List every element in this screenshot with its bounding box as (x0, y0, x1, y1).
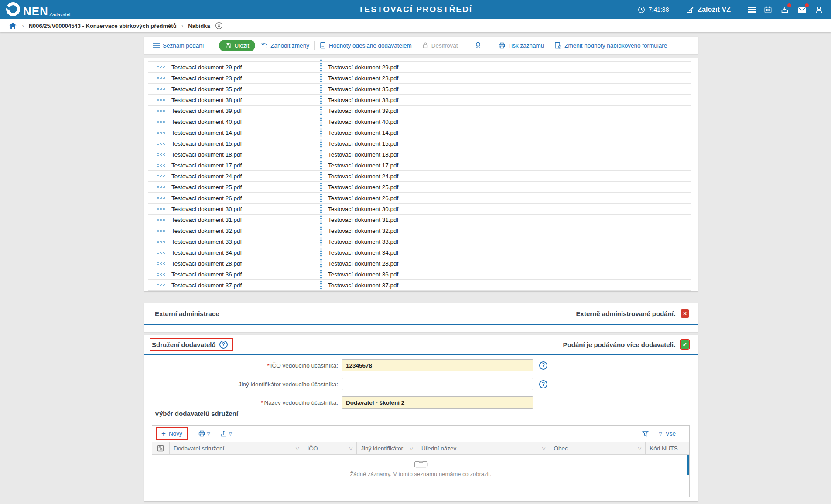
document-row[interactable]: Testovací dokument 39.pdfTestovací dokum… (148, 106, 691, 116)
print-record-button[interactable]: Tisk záznamu (498, 42, 544, 49)
ext-admin-checkbox-false[interactable]: × (681, 309, 689, 318)
row-menu-icon[interactable] (157, 284, 165, 286)
filter-icon[interactable] (642, 430, 649, 437)
supplier-values-button[interactable]: Hodnoty odeslané dodavatelem (319, 42, 412, 49)
document-row[interactable]: Testovací dokument 34.pdfTestovací dokum… (148, 247, 691, 258)
ico-input[interactable] (342, 359, 533, 371)
export-button[interactable]: ▽ (220, 430, 232, 437)
drag-handle-icon[interactable] (320, 63, 322, 72)
document-row[interactable]: Testovací dokument 36.pdfTestovací dokum… (148, 269, 691, 280)
document-row[interactable]: Testovací dokument 23.pdfTestovací dokum… (148, 73, 691, 84)
sort-triangle-icon[interactable]: ▽ (542, 446, 546, 451)
document-row[interactable]: Testovací dokument 33.pdfTestovací dokum… (148, 236, 691, 247)
drag-handle-icon[interactable] (320, 204, 322, 214)
discard-changes-button[interactable]: Zahodit změny (260, 42, 309, 49)
row-menu-icon[interactable] (157, 175, 165, 177)
drag-handle-icon[interactable] (320, 74, 322, 83)
dropdown-triangle-icon[interactable]: ▽ (659, 432, 662, 436)
row-menu-icon[interactable] (157, 77, 165, 79)
document-row[interactable]: Testovací dokument 25.pdfTestovací dokum… (148, 182, 691, 193)
document-row[interactable]: Testovací dokument 24.pdfTestovací dokum… (148, 171, 691, 182)
main-menu-button[interactable] (748, 7, 756, 13)
row-menu-icon[interactable] (157, 208, 165, 210)
nen-brand[interactable]: NEN Zadavatel (6, 2, 70, 17)
document-row[interactable]: Testovací dokument 15.pdfTestovací dokum… (148, 138, 691, 149)
drag-handle-icon[interactable] (320, 281, 322, 290)
drag-handle-icon[interactable] (320, 85, 322, 94)
drag-handle-icon[interactable] (320, 106, 322, 116)
document-row[interactable]: Testovací dokument 18.pdfTestovací dokum… (148, 149, 691, 160)
row-menu-icon[interactable] (157, 164, 165, 167)
document-row[interactable]: Testovací dokument 14.pdfTestovací dokum… (148, 127, 691, 138)
help-icon[interactable]: ? (539, 361, 547, 370)
row-menu-icon[interactable] (157, 252, 165, 254)
home-icon[interactable] (9, 22, 17, 30)
calendar-button[interactable] (764, 6, 772, 14)
breadcrumb-item-contract[interactable]: N006/25/V00004543 - Konzervace sbírkovýc… (29, 23, 177, 29)
column-header[interactable]: Kód NUTS (646, 442, 689, 454)
document-row-partial[interactable]: Testovací dokument Testovací dokument (148, 58, 691, 62)
column-chooser-icon[interactable] (152, 442, 170, 454)
document-row[interactable]: Testovací dokument 31.pdfTestovací dokum… (148, 215, 691, 225)
help-icon[interactable]: ? (539, 380, 547, 388)
row-menu-icon[interactable] (157, 66, 165, 68)
column-header[interactable]: Jiný identifikátor▽ (357, 442, 417, 454)
help-icon[interactable]: ? (219, 341, 228, 349)
drag-handle-icon[interactable] (320, 248, 322, 257)
row-menu-icon[interactable] (157, 143, 165, 145)
column-header[interactable]: Obec▽ (550, 442, 646, 454)
leader-name-input[interactable] (342, 396, 533, 409)
seznam-podani-button[interactable]: Seznam podání (153, 42, 204, 49)
other-identifier-input[interactable] (342, 378, 533, 390)
save-button[interactable]: Uložit (219, 40, 256, 51)
row-menu-icon[interactable] (157, 219, 165, 221)
document-row[interactable]: Testovací dokument 26.pdfTestovací dokum… (148, 193, 691, 204)
row-menu-icon[interactable] (157, 241, 165, 243)
breadcrumb-close-icon[interactable] (215, 22, 223, 30)
vertical-scrollbar[interactable] (687, 455, 689, 475)
document-row[interactable]: Testovací dokument 40.pdfTestovací dokum… (148, 116, 691, 127)
sort-triangle-icon[interactable]: ▽ (638, 446, 641, 451)
drag-handle-icon[interactable] (320, 226, 322, 235)
row-menu-icon[interactable] (157, 110, 165, 112)
breadcrumb-item-nabidka[interactable]: Nabídka (188, 23, 210, 29)
sort-triangle-icon[interactable]: ▽ (349, 446, 353, 451)
multiple-suppliers-checkbox-true[interactable]: ✓ (681, 340, 689, 349)
document-row[interactable]: Testovací dokument 35.pdfTestovací dokum… (148, 84, 691, 95)
sort-triangle-icon[interactable]: ▽ (296, 446, 299, 451)
drag-handle-icon[interactable] (320, 95, 322, 105)
drag-handle-icon[interactable] (320, 128, 322, 137)
document-row[interactable]: Testovací dokument 32.pdfTestovací dokum… (148, 225, 691, 236)
row-menu-icon[interactable] (157, 153, 165, 156)
drag-handle-icon[interactable] (320, 183, 322, 192)
drag-handle-icon[interactable] (320, 215, 322, 225)
row-menu-icon[interactable] (157, 186, 165, 188)
drag-handle-icon[interactable] (320, 150, 322, 159)
drag-handle-icon[interactable] (320, 117, 322, 126)
drag-handle-icon[interactable] (320, 172, 322, 181)
drag-handle-icon[interactable] (320, 259, 322, 268)
drag-handle-icon[interactable] (320, 237, 322, 246)
user-profile-button[interactable] (815, 6, 823, 14)
column-header[interactable]: Dodavatel sdružení▽ (170, 442, 303, 454)
column-header[interactable]: Úřední název▽ (417, 442, 550, 454)
decrypt-button[interactable]: Dešifrovat (422, 42, 458, 49)
document-row[interactable]: Testovací dokument 30.pdfTestovací dokum… (148, 204, 691, 215)
drag-handle-icon[interactable] (320, 161, 322, 170)
document-row[interactable]: Testovací dokument 28.pdfTestovací dokum… (148, 258, 691, 269)
document-row[interactable]: Testovací dokument 29.pdfTestovací dokum… (148, 62, 691, 73)
row-menu-icon[interactable] (157, 197, 165, 199)
drag-handle-icon[interactable] (320, 270, 322, 279)
document-row[interactable]: Testovací dokument 17.pdfTestovací dokum… (148, 160, 691, 171)
drag-handle-icon[interactable] (320, 139, 322, 148)
create-vz-button[interactable]: Založit VZ (686, 6, 731, 14)
change-form-values-button[interactable]: Změnit hodnoty nabídkového formuláře (554, 41, 667, 49)
drag-handle-icon[interactable] (320, 194, 322, 203)
row-menu-icon[interactable] (157, 121, 165, 123)
messages-button[interactable] (797, 6, 807, 14)
document-row[interactable]: Testovací dokument 37.pdfTestovací dokum… (148, 280, 691, 291)
row-menu-icon[interactable] (157, 99, 165, 101)
print-list-button[interactable]: ▽ (198, 430, 210, 437)
row-menu-icon[interactable] (157, 230, 165, 232)
downloads-button[interactable] (780, 6, 789, 14)
